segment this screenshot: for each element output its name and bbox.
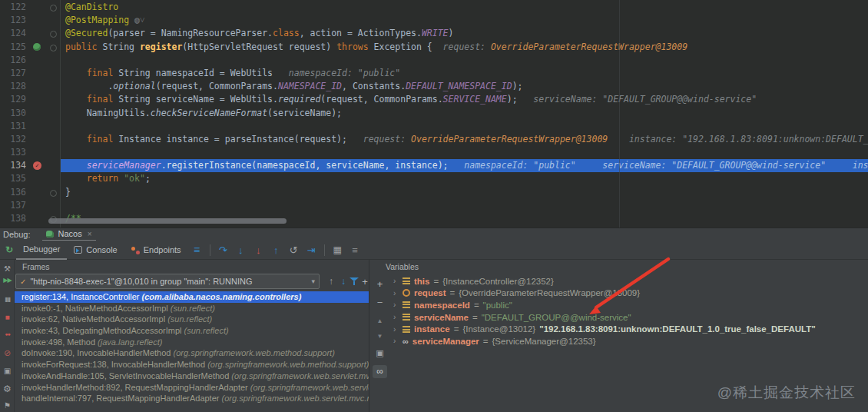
remove-icon[interactable]: − [369,297,390,308]
code-editor[interactable]: 122@CanDistro123@PostMapping ◍˅124@Secur… [0,0,868,228]
code-line[interactable]: 137 [0,199,868,212]
chevron-right-icon[interactable]: › [393,277,399,285]
code-line[interactable]: 125public String register(HttpServletReq… [0,41,868,54]
code-line[interactable]: 130 NamingUtils.checkServiceNameFormat(s… [0,107,868,120]
breakpoint-icon[interactable]: ✓ [33,161,41,170]
arrow-up-icon[interactable]: ↑ [325,276,337,287]
run-to-cursor-icon[interactable]: ⇥ [303,241,320,259]
chevron-right-icon[interactable]: › [393,301,399,309]
line-number: 126 [0,54,31,67]
close-icon[interactable]: × [88,230,92,238]
code-line[interactable]: 133 [0,146,868,159]
stack-frame[interactable]: handleInternal:797, RequestMappingHandle… [15,393,369,404]
mute-breakpoints-icon[interactable]: ⊘ [0,348,15,358]
rerun-icon[interactable]: ↻ [2,244,16,255]
gear-icon[interactable]: ⚙ [0,384,15,394]
stack-frame[interactable]: invoke0:-1, NativeMethodAccessorImpl (su… [15,303,369,314]
stack-frame[interactable]: doInvoke:190, InvocableHandlerMethod (or… [15,347,369,359]
code-line[interactable]: 124@Secured(parser = NamingResourceParse… [0,27,868,40]
down-icon[interactable]: ▼ [369,333,390,340]
variables-header: Variables [369,260,868,273]
debug-left-stripe: ⚒▶▶▮▮■●●⊘▣⚙⚑ [0,260,15,412]
chevron-right-icon[interactable]: › [393,289,399,297]
gutter-icon-cell [31,14,46,27]
tab-console[interactable]: Console [67,241,124,260]
code-line[interactable]: 135 return "ok"; [0,172,868,185]
session-tab-nacos[interactable]: Nacos × [42,228,95,241]
step-into-icon[interactable]: ↓ [232,241,250,259]
resume-icon[interactable]: ▶▶ [0,277,15,284]
fold-cell [46,67,60,80]
stack-frame[interactable]: invokeForRequest:138, InvocableHandlerMe… [15,359,369,370]
line-number: 135 [0,172,31,185]
gutter-icon-cell [31,80,46,93]
code-line[interactable]: 129 final String serviceName = WebUtils.… [0,93,868,106]
fold-marker-icon[interactable] [50,190,57,197]
gutter-icon-cell: ✓ [31,159,46,172]
code-line[interactable]: 131 [0,120,868,133]
code-line[interactable]: 132 final Instance instance = parseInsta… [0,133,868,146]
wrench-icon[interactable]: ⚒ [0,264,15,273]
up-icon[interactable]: ▲ [369,317,390,324]
stack-frame[interactable]: invoke:43, DelegatingMethodAccessorImpl … [15,325,369,337]
line-number: 133 [0,146,31,159]
camera-icon[interactable]: ▣ [0,367,15,375]
gutter-separator [60,0,61,228]
chevron-right-icon[interactable]: › [393,313,399,321]
code-line[interactable]: 122@CanDistro [0,1,868,14]
code-line-text [60,146,868,159]
stop-icon[interactable]: ■ [0,313,15,321]
add-icon[interactable]: + [359,276,369,287]
pin-icon[interactable]: ⚑ [0,401,15,410]
stack-frame[interactable]: invokeHandlerMethod:892, RequestMappingH… [15,382,369,394]
fold-marker-icon[interactable] [50,5,57,12]
chevron-right-icon[interactable]: › [393,337,399,345]
drop-frame-icon[interactable]: ↺ [285,241,303,259]
stack-frame[interactable]: register:134, InstanceController (com.al… [15,291,369,303]
code-line-text [60,120,868,133]
layout-grid-icon[interactable]: ▦ [329,241,346,259]
force-step-into-icon[interactable]: ↓ [250,241,267,259]
variable-row[interactable]: ›namespaceId = "public" [390,299,868,311]
parameter-icon [403,289,410,297]
gutter-icon-cell [31,199,46,212]
stack-frame[interactable]: invokeAndHandle:105, ServletInvocableHan… [15,370,369,382]
code-line[interactable]: 128 .optional(request, CommonParams.NAME… [0,80,868,93]
stack-frame[interactable]: invoke:498, Method (java.lang.reflect) [15,337,369,348]
step-over-icon[interactable]: ↷ [214,241,232,259]
view-breakpoints-icon[interactable]: ●● [0,331,15,337]
pause-icon[interactable]: ▮▮ [0,296,15,303]
stack-frame[interactable]: invoke:62, NativeMethodAccessorImpl (sun… [15,314,369,325]
fold-marker-icon[interactable] [50,45,57,52]
code-line[interactable]: 127 final String namespaceId = WebUtils … [0,67,868,80]
line-number: 129 [0,93,31,106]
variable-row[interactable]: ›serviceName = "DEFAULT_GROUP@@wind-serv… [390,311,868,324]
fold-marker-icon[interactable] [50,31,57,38]
settings-lines-icon[interactable]: ≡ [346,241,364,259]
chevron-right-icon[interactable]: › [393,325,399,334]
code-line[interactable]: 134✓ serviceManager.registerInstance(nam… [0,159,868,172]
variable-row[interactable]: ›this = {InstanceController@12352} [390,275,868,287]
filter-icon[interactable] [350,277,359,286]
line-number: 137 [0,199,31,212]
code-line[interactable]: 136} [0,186,868,199]
toolbar-separator [324,244,325,256]
tab-debugger[interactable]: Debugger [16,241,67,260]
thread-selector[interactable]: ✓ "http-nio-8848-exec-1"@10,010 in group… [15,274,320,289]
horizontal-scrollbar[interactable] [48,218,287,224]
endpoint-mapping-icon[interactable] [33,43,41,51]
variable-row[interactable]: ›instance = {Instance@13012} "192.168.1.… [390,323,868,335]
copy-icon[interactable]: ▣ [369,348,390,358]
step-out-icon[interactable]: ↑ [267,241,285,259]
fold-cell [46,107,60,120]
threads-view-icon[interactable]: ≡ [188,241,206,259]
code-line[interactable]: 123@PostMapping ◍˅ [0,14,868,27]
add-icon[interactable]: + [369,278,390,290]
watch-infinity-icon[interactable]: ∞ [373,365,387,378]
arrow-down-icon[interactable]: ↓ [337,276,350,287]
variable-row[interactable]: ›∞serviceManager = {ServiceManager@12353… [390,335,868,347]
variable-row[interactable]: ›request = {OverrideParameterRequestWrap… [390,287,868,300]
tab-endpoints[interactable]: Endpoints [124,241,188,260]
gutter-icon-cell [31,93,46,106]
code-line[interactable]: 126 [0,54,868,67]
